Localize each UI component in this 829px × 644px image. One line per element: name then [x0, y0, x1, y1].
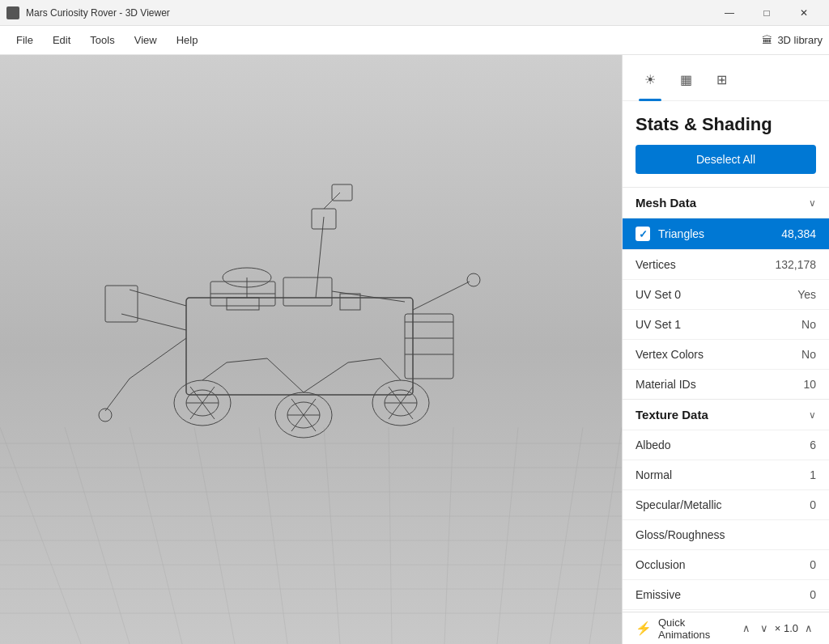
panel-toolbar: ☀ ▦ ⊞: [623, 55, 829, 101]
albedo-row[interactable]: Albedo 6: [623, 430, 829, 460]
vertex-colors-row[interactable]: Vertex Colors No: [623, 339, 829, 369]
uv-set-1-row[interactable]: UV Set 1 No: [623, 309, 829, 339]
normal-label: Normal: [636, 468, 810, 481]
texture-data-section-header[interactable]: Texture Data ∨: [623, 399, 829, 430]
scale-decrease[interactable]: ∨: [757, 621, 772, 636]
albedo-value: 6: [810, 439, 816, 451]
lighting-tool-button[interactable]: ☀: [636, 65, 665, 94]
emissive-row[interactable]: Emissive 0: [623, 579, 829, 609]
sun-icon: ☀: [644, 72, 656, 87]
occlusion-row[interactable]: Occlusion 0: [623, 549, 829, 579]
svg-rect-0: [0, 55, 622, 644]
main-layout: ☀ ▦ ⊞ Stats & Shading Deselect All Mesh …: [0, 55, 829, 644]
triangles-row[interactable]: ✓ Triangles 48,384: [623, 218, 829, 249]
right-panel: ☀ ▦ ⊞ Stats & Shading Deselect All Mesh …: [622, 55, 829, 644]
bottom-bar: ⚡ Quick Animations ∧ ∨ × 1.0 ∧: [623, 612, 829, 644]
material-ids-label: Material IDs: [636, 378, 803, 391]
vertices-row[interactable]: Vertices 132,178: [623, 249, 829, 279]
emissive-label: Emissive: [636, 588, 810, 601]
close-button[interactable]: ✕: [785, 0, 823, 26]
vertices-value: 132,178: [775, 258, 816, 271]
emissive-value: 0: [810, 588, 816, 601]
menu-view[interactable]: View: [125, 29, 167, 51]
uv-set-0-row[interactable]: UV Set 0 Yes: [623, 279, 829, 309]
menubar: File Edit Tools View Help 🏛 3D library: [0, 26, 829, 55]
library-label: 3D library: [777, 34, 823, 46]
vertex-colors-value: No: [801, 348, 816, 361]
app-icon: [6, 6, 19, 19]
quick-animations-label: Quick Animations: [658, 616, 733, 641]
quick-animations-controls: ∧ ∨ × 1.0 ∧: [739, 621, 816, 636]
grid-icon: ⊞: [716, 72, 727, 87]
vertex-colors-label: Vertex Colors: [636, 348, 801, 361]
specular-value: 0: [810, 498, 816, 511]
menu-tools[interactable]: Tools: [80, 29, 124, 51]
occlusion-value: 0: [810, 558, 816, 571]
texture-data-title: Texture Data: [636, 408, 708, 422]
uv-set-1-label: UV Set 1: [636, 318, 801, 331]
check-icon: ✓: [639, 228, 648, 240]
triangles-label: Triangles: [658, 227, 781, 240]
gloss-label: Gloss/Roughness: [636, 528, 816, 541]
viewport-background: [0, 55, 622, 644]
occlusion-label: Occlusion: [636, 558, 810, 571]
material-ids-row[interactable]: Material IDs 10: [623, 369, 829, 399]
triangles-value: 48,384: [781, 227, 816, 240]
deselect-all-button[interactable]: Deselect All: [636, 145, 816, 174]
titlebar: Mars Curiosity Rover - 3D Viewer — □ ✕: [0, 0, 829, 26]
material-ids-value: 10: [803, 378, 816, 391]
library-icon: 🏛: [762, 34, 772, 46]
mesh-data-section-header[interactable]: Mesh Data ∨: [623, 187, 829, 218]
normal-row[interactable]: Normal 1: [623, 460, 829, 489]
scale-increase[interactable]: ∧: [801, 621, 816, 636]
menu-file[interactable]: File: [6, 29, 43, 51]
uv-set-0-label: UV Set 0: [636, 288, 797, 301]
mesh-data-chevron: ∨: [809, 197, 816, 209]
animation-icon: ⚡: [636, 621, 652, 636]
uv-set-0-value: Yes: [797, 288, 816, 301]
stats-tool-button[interactable]: ▦: [671, 65, 700, 94]
uv-set-1-value: No: [801, 318, 816, 331]
vertices-label: Vertices: [636, 258, 775, 271]
menu-help[interactable]: Help: [167, 29, 208, 51]
triangles-checkbox[interactable]: ✓: [636, 227, 650, 241]
window-title: Mars Curiosity Rover - 3D Viewer: [26, 7, 170, 19]
specular-label: Specular/Metallic: [636, 498, 810, 511]
grid-tool-button[interactable]: ⊞: [707, 65, 736, 94]
stats-icon: ▦: [680, 72, 692, 87]
library-button[interactable]: 🏛 3D library: [762, 34, 823, 46]
panel-title: Stats & Shading: [623, 101, 829, 145]
minimize-button[interactable]: —: [711, 0, 748, 26]
scale-value: × 1.0: [775, 622, 798, 634]
animations-chevron-up[interactable]: ∧: [739, 621, 754, 636]
panel-content[interactable]: Stats & Shading Deselect All Mesh Data ∨…: [623, 101, 829, 612]
albedo-label: Albedo: [636, 439, 810, 451]
texture-data-chevron: ∨: [809, 409, 816, 421]
maximize-button[interactable]: □: [748, 0, 785, 26]
gloss-row[interactable]: Gloss/Roughness: [623, 519, 829, 549]
normal-value: 1: [810, 468, 816, 481]
menu-edit[interactable]: Edit: [43, 29, 80, 51]
mesh-data-title: Mesh Data: [636, 196, 696, 210]
specular-row[interactable]: Specular/Metallic 0: [623, 489, 829, 519]
viewport[interactable]: [0, 55, 622, 644]
